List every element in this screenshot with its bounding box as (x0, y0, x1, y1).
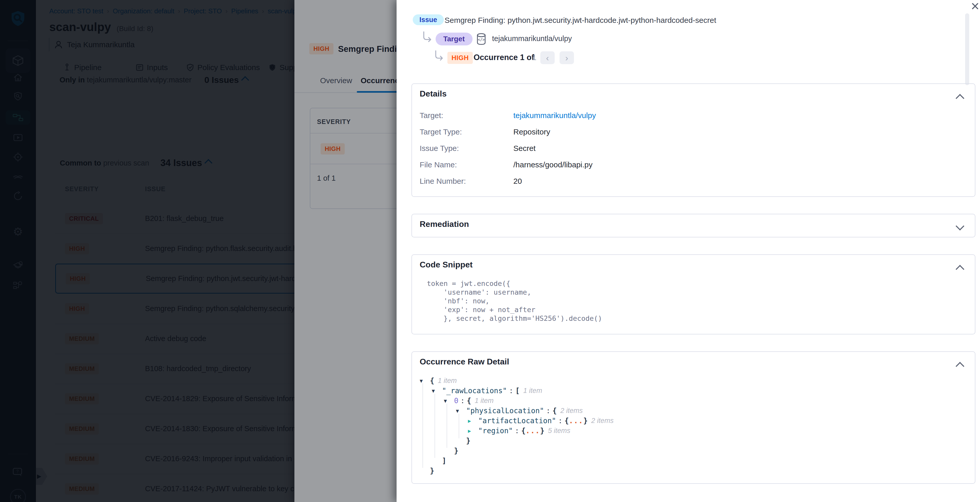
detail-value: /harness/good/libapi.py (513, 160, 593, 169)
severity-badge: HIGH (447, 52, 473, 64)
code-line: 'username': username, (427, 288, 531, 296)
tree-row: } (466, 437, 471, 445)
remediation-card: Remediation (412, 214, 975, 237)
target-name: tejakummarikuntla/vulpy (492, 34, 572, 43)
code-line: }, secret, algorithm='HS256').decode() (427, 315, 602, 322)
branch-arrow-icon (434, 50, 445, 63)
tree-row[interactable]: ▼"physicalLocation":{2 items (456, 407, 583, 415)
tree-guide (459, 414, 459, 438)
tree-guide (423, 383, 423, 468)
code-line: 'nbf': now, (427, 297, 490, 305)
tree-row: } (454, 446, 458, 455)
tree-row: ] (442, 457, 446, 465)
code-line: token = jwt.encode({ (427, 280, 510, 288)
repository-icon: </> (475, 32, 488, 47)
tree-expanded-icon[interactable]: ▼ (456, 408, 466, 414)
tree-row[interactable]: ▶"artifactLocation":{...}2 items (468, 416, 614, 425)
app-root: Account: STO test › Organization: defaul… (0, 0, 980, 502)
chevron-right-icon: › (565, 53, 568, 63)
details-heading: Details (420, 89, 447, 98)
scrollbar-thumb[interactable] (965, 13, 969, 85)
branch-arrow-icon (422, 31, 433, 44)
code-line: 'exp': now + not_after (427, 306, 535, 314)
details-card: Details Target: tejakummarikuntla/vulpy … (412, 83, 975, 197)
detail-label: Target: (420, 111, 443, 120)
next-occurrence-button[interactable]: › (560, 51, 574, 64)
remediation-heading: Remediation (420, 219, 469, 229)
collapse-section-icon[interactable] (956, 265, 964, 273)
tree-collapsed-icon[interactable]: ▶ (468, 418, 478, 424)
raw-detail-heading: Occurrence Raw Detail (420, 357, 509, 367)
code-snippet-heading: Code Snippet (420, 260, 473, 270)
occurrence-label: Occurrence 1 of (474, 53, 534, 62)
tree-row[interactable]: ▼"_rawLocations":[1 item (432, 386, 542, 395)
tree-expanded-icon[interactable]: ▼ (444, 398, 454, 404)
tree-expanded-icon[interactable]: ▼ (432, 388, 442, 394)
tree-row: } (430, 467, 434, 475)
close-icon (971, 2, 979, 10)
occurrence-drawer-title: Semgrep Finding: python.jwt.security.jwt… (445, 16, 716, 25)
detail-label: Target Type: (420, 127, 462, 136)
detail-value: Repository (513, 127, 550, 136)
tree-guide (434, 394, 435, 458)
tree-row[interactable]: ▶"region":{...}5 items (468, 427, 570, 435)
chevron-left-icon: ‹ (546, 53, 549, 63)
occurrence-detail-drawer: Issue Semgrep Finding: python.jwt.securi… (396, 0, 980, 502)
collapse-section-icon[interactable] (956, 94, 964, 103)
collapse-section-icon[interactable] (956, 362, 964, 370)
svg-text:</>: </> (478, 38, 485, 42)
tree-row[interactable]: ▼0:{1 item (444, 397, 493, 405)
detail-label: File Name: (420, 160, 457, 169)
detail-value: Secret (513, 144, 536, 153)
expand-section-icon[interactable] (956, 222, 964, 230)
occurrence-total: 1 (532, 53, 536, 62)
previous-occurrence-button[interactable]: ‹ (540, 51, 555, 64)
tree-guide (447, 404, 447, 448)
detail-label: Line Number: (420, 177, 466, 186)
issue-type-badge: Issue (413, 14, 444, 25)
detail-value-target-link[interactable]: tejakummarikuntla/vulpy (513, 111, 596, 120)
tree-expanded-icon[interactable]: ▼ (420, 378, 430, 384)
tree-row[interactable]: ▼{1 item (420, 376, 457, 385)
tree-collapsed-icon[interactable]: ▶ (468, 428, 478, 434)
detail-label: Issue Type: (420, 144, 459, 153)
close-button[interactable] (970, 2, 980, 11)
target-badge: Target (436, 33, 473, 45)
code-snippet-card: Code Snippet token = jwt.encode({ 'usern… (412, 254, 975, 334)
detail-value: 20 (513, 177, 522, 186)
raw-detail-card: Occurrence Raw Detail ▼{1 item ▼"_rawLoc… (412, 351, 975, 484)
